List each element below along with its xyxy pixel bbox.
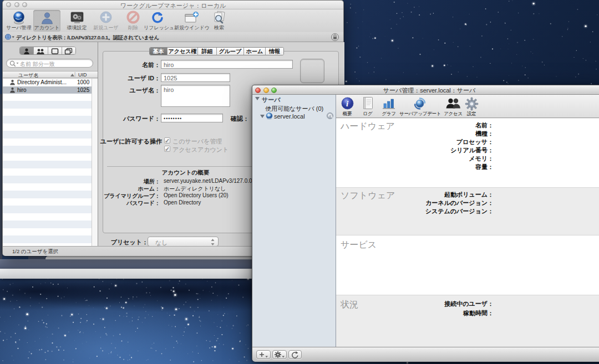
gear-icon (463, 96, 480, 110)
wgm-name-field[interactable]: hiro (161, 60, 293, 69)
wgm-user-name: Directory Administ... (17, 79, 67, 85)
sa-sidebar-server-item[interactable]: server.local (274, 113, 305, 120)
directory-globe-icon[interactable] (5, 34, 15, 40)
wgm-user-list: Directory Administ... 1000 hiro 1025 (3, 79, 98, 246)
wgm-toolbar-new-window-button[interactable]: 新規ウインドウ (174, 10, 210, 32)
sa-hw-label: プロセッサ： (456, 138, 494, 146)
wgm-titlebar[interactable]: ワークグループマネージャ：ローカル (3, 1, 343, 9)
wgm-user-list-header[interactable]: ユーザ名 | UID (3, 71, 98, 78)
sa-toolbar-label: グラフ (379, 111, 399, 117)
wgm-picture-well[interactable] (300, 59, 324, 83)
wgm-toolbar-delete-button[interactable]: 削除 (124, 10, 143, 32)
plus-dropdown-icon (257, 351, 270, 358)
sa-services-title: サービス (341, 239, 377, 251)
wgm-summary-label: プライマリグループ： (104, 192, 160, 200)
wgm-user-name: hiro (17, 87, 27, 93)
wgm-tab-bar: 基本 アクセス権 詳細 グループ ホーム 情報 (149, 47, 284, 55)
wgm-sidebar: 名前 部分一致 ユーザ名 | UID Directory Administ...… (3, 42, 98, 246)
sa-server-status-badge[interactable] (327, 112, 333, 119)
info-circle-icon: i (337, 96, 357, 110)
popup-stepper-icon (211, 239, 215, 245)
tab-basic[interactable]: 基本 (150, 48, 167, 55)
wgm-summary-label: パスワード： (126, 199, 160, 207)
wgm-toolbar-search-button[interactable]: 検索 (210, 10, 228, 32)
sa-toolbar-settings-button[interactable]: 設定 (463, 96, 480, 117)
wgm-checkbox-manage[interactable]: ✓ (164, 137, 170, 143)
wgm-summary-value: server.yuuyake.net/LDAPv3/127.0.0.1 (164, 178, 257, 184)
wgm-name-label: 名前： (142, 61, 160, 69)
sa-st-label: 接続中のユーザ： (444, 300, 494, 308)
tab-advanced[interactable]: 詳細 (198, 48, 217, 55)
sa-toolbar-log-button[interactable]: ログ (358, 96, 377, 117)
globe-sphere-icon (5, 10, 33, 24)
software-update-icon (399, 96, 440, 110)
wgm-uid-field[interactable]: 1025 (161, 73, 230, 82)
tab-groups[interactable]: グループ (217, 48, 244, 55)
wgm-toolbar-accounts-button[interactable]: アカウント (33, 10, 60, 32)
tab-privileges[interactable]: アクセス権 (167, 48, 198, 55)
wgm-account-type-segmented-control (19, 47, 76, 55)
sa-toolbar-server-update-button[interactable]: サーバアップデート (399, 96, 440, 117)
sa-bottom-bar (252, 347, 599, 362)
wgm-confirm-label: 確認： (231, 115, 249, 123)
segment-users[interactable] (20, 47, 34, 54)
wgm-search-field[interactable]: 名前 部分一致 (6, 59, 93, 68)
wgm-password-field[interactable]: •••••••• (161, 114, 223, 122)
wgm-allow-label: ユーザに許可する操作 (100, 137, 162, 146)
tab-home[interactable]: ホーム (244, 48, 266, 55)
sa-hw-label: メモリ： (469, 155, 494, 163)
wgm-preset-popup[interactable]: なし (148, 237, 219, 247)
sa-titlebar[interactable]: サーバ管理：server.local：サーバ (252, 85, 599, 95)
sa-toolbar: i 概要 ログ (336, 95, 599, 118)
server-admin-window: サーバ管理：server.local：サーバ サーバ 使用可能なサーバ (0) … (252, 85, 599, 361)
wgm-toolbar-label: サーバ管理 (5, 24, 33, 32)
wgm-directory-text: ディレクトリを表示：/LDAPv3/127.0.0.1。認証されていません (16, 34, 159, 42)
wgm-toolbar-preferences-button[interactable]: 環境設定 (64, 10, 90, 32)
wgm-preset-label: プリセット： (111, 238, 148, 247)
sa-add-button[interactable] (256, 350, 271, 359)
disclosure-triangle-icon[interactable] (260, 115, 265, 118)
sa-software-title: ソフトウェア (341, 190, 395, 202)
tab-info[interactable]: 情報 (266, 48, 283, 55)
user-row-icon (9, 87, 16, 93)
sort-ascending-icon (70, 74, 74, 76)
sa-hw-label: 名前： (475, 121, 494, 130)
log-document-icon (358, 96, 377, 110)
sa-window-title: サーバ管理：server.local：サーバ (252, 86, 599, 95)
segment-groups[interactable] (34, 47, 48, 54)
sa-sw-label: 起動ボリューム： (444, 191, 494, 199)
wgm-username-field[interactable]: hiro (161, 85, 230, 107)
wgm-password-label: パスワード： (123, 115, 160, 123)
sa-toolbar-overview-button[interactable]: i 概要 (337, 96, 357, 117)
wgm-uid-value: 1025 (164, 75, 177, 81)
wgm-list-scrollbar[interactable] (92, 79, 98, 246)
wgm-uid-label: ユーザ ID： (128, 74, 160, 83)
sa-toolbar-graphs-button[interactable]: グラフ (379, 96, 399, 117)
sa-toolbar-access-button[interactable]: アクセス (444, 96, 463, 117)
sa-status-title: 状況 (341, 299, 358, 311)
user-segment-icon (20, 48, 33, 55)
computer-groups-segment-icon (62, 48, 75, 55)
wgm-user-row-selected[interactable]: hiro 1025 (3, 86, 92, 94)
refresh-small-icon (289, 351, 301, 358)
sa-toolbar-label: 概要 (337, 111, 357, 117)
sa-content: ハードウェア 名前： 機種： プロセッサ： シリアル番号： メモリ： 容量： ソ… (336, 119, 599, 347)
wgm-toolbar-server-admin-button[interactable]: サーバ管理 (5, 10, 33, 32)
disclosure-triangle-icon[interactable] (255, 97, 260, 100)
sa-action-button[interactable] (272, 350, 287, 359)
lock-icon[interactable] (331, 33, 339, 41)
wgm-toolbar-new-user-button[interactable]: 新規ユーザ (92, 10, 120, 32)
wgm-checkbox-access-label: アクセスアカウント (172, 146, 229, 154)
wgm-user-row[interactable]: Directory Administ... 1000 (3, 79, 92, 86)
wgm-col-uid[interactable]: UID (78, 72, 87, 78)
sa-refresh-button[interactable] (288, 350, 302, 359)
badge-arrow-icon (327, 113, 333, 119)
sa-section-services: サービス (336, 235, 599, 295)
wgm-toolbar-refresh-button[interactable]: リフレッシュ (144, 10, 171, 32)
computer-segment-icon (48, 48, 62, 55)
wgm-checkbox-access[interactable]: ✓ (164, 146, 170, 152)
background-window-strip (0, 269, 252, 279)
wgm-summary-value: Open Directory (164, 199, 201, 206)
segment-computer-groups[interactable] (62, 47, 75, 54)
segment-computers[interactable] (48, 47, 62, 54)
